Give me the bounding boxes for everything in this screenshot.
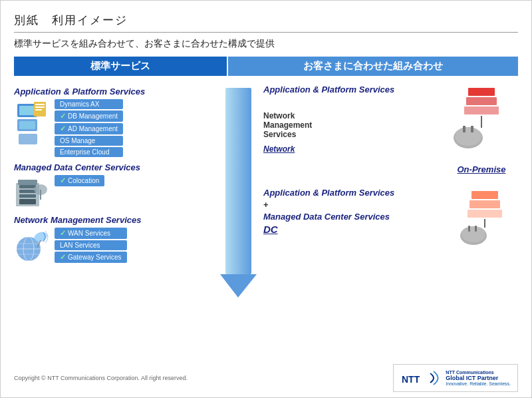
right-column: Application & Platform Services NetworkM… xyxy=(257,81,518,361)
arrow-area xyxy=(220,81,257,361)
svg-rect-3 xyxy=(19,121,35,129)
svg-point-31 xyxy=(455,127,481,146)
direction-arrow xyxy=(220,88,257,301)
svg-rect-1 xyxy=(19,106,35,115)
right-bottom-icons xyxy=(455,188,515,250)
col-header-left: 標準サービス xyxy=(14,57,227,76)
section-managed-dc-title: Managed Data Center Services xyxy=(14,162,220,172)
managed-dc-icon xyxy=(14,176,51,210)
svg-rect-8 xyxy=(35,109,42,110)
page-title: 別紙 利用イメージ xyxy=(14,13,518,28)
global-ict-label: Global ICT Partner xyxy=(446,375,511,381)
right-top-icons: On-Premise xyxy=(448,85,515,174)
right-bottom-text: Application & Platform Services + Manage… xyxy=(263,188,394,236)
svg-rect-27 xyxy=(466,97,497,105)
right-app-platform-title: Application & Platform Services xyxy=(263,85,394,95)
svg-rect-40 xyxy=(468,226,470,232)
service-colocation: ✓ Colocation xyxy=(55,175,104,186)
service-lan: LAN Services xyxy=(55,240,127,250)
section-app-platform: Application & Platform Services xyxy=(14,87,220,157)
svg-rect-33 xyxy=(471,126,473,132)
service-db-management: ✓ DB Management xyxy=(55,110,123,122)
service-gateway: ✓ Gateway Services xyxy=(55,252,127,263)
svg-rect-7 xyxy=(35,106,45,108)
svg-text:NTT: NTT xyxy=(402,374,420,385)
left-column: Application & Platform Services xyxy=(14,81,220,361)
dc-label-wrapper: DC xyxy=(263,224,394,236)
right-network-label: Network xyxy=(263,142,394,154)
app-platform-tags: Dynamics AX ✓ DB Management ✓ AD Managem… xyxy=(55,99,123,157)
network-mgmt-icon xyxy=(14,229,51,276)
service-os-manage: OS Manage xyxy=(55,136,123,146)
svg-marker-25 xyxy=(220,274,257,298)
divider xyxy=(14,32,518,33)
right-top-text: Application & Platform Services NetworkM… xyxy=(263,85,394,154)
svg-rect-6 xyxy=(35,104,45,105)
svg-rect-28 xyxy=(464,106,499,114)
right-bottom-section: Application & Platform Services + Manage… xyxy=(263,188,518,250)
section-managed-dc: Managed Data Center Services xyxy=(14,162,220,210)
footer: Copyright © NTT Communications Corporati… xyxy=(1,364,531,392)
managed-dc-tags: ✓ Colocation xyxy=(55,175,104,186)
section-network-mgmt: Network Management Services xyxy=(14,215,220,276)
columns-header: 標準サービス お客さまに合わせた組み合わせ xyxy=(14,57,518,76)
plus-sign: + xyxy=(263,200,394,210)
ntt-logo-svg: NTT xyxy=(400,368,440,388)
svg-rect-32 xyxy=(463,126,466,132)
svg-rect-14 xyxy=(19,199,36,204)
ntt-communications-label: NTT Communications xyxy=(446,370,511,375)
main-container: 別紙 利用イメージ 標準サービスを組み合わせて、お客さまに合わせた構成で提供 標… xyxy=(0,0,532,398)
right-managed-dc-title: Managed Data Center Services xyxy=(263,212,394,222)
svg-rect-34 xyxy=(471,191,498,199)
dc-bottom-icon xyxy=(455,188,515,248)
right-network-mgmt-label: NetworkManagementServices xyxy=(263,111,394,139)
section-app-platform-title: Application & Platform Services xyxy=(14,87,220,97)
section-network-mgmt-title: Network Management Services xyxy=(14,215,220,225)
svg-rect-11 xyxy=(19,185,36,188)
tagline: Innovative. Reliable. Seamless. xyxy=(446,381,511,386)
svg-rect-4 xyxy=(19,134,37,144)
network-mgmt-right: NetworkManagementServices Network xyxy=(263,111,394,154)
right-app-platform-plus-title: Application & Platform Services xyxy=(263,188,394,198)
service-wan: ✓ WAN Services xyxy=(55,228,127,239)
service-dynamics-ax: Dynamics AX xyxy=(55,99,123,109)
network-mgmt-tags: ✓ WAN Services LAN Services ✓ Gateway Se… xyxy=(55,228,127,263)
svg-rect-26 xyxy=(468,88,495,96)
ntt-logo-area: NTT NTT Communications Global ICT Partne… xyxy=(393,364,518,392)
app-platform-icon xyxy=(14,100,51,150)
copyright-text: Copyright © NTT Communications Corporati… xyxy=(14,375,188,381)
svg-rect-41 xyxy=(475,226,477,232)
right-top-section: Application & Platform Services NetworkM… xyxy=(263,85,518,174)
content-area: Application & Platform Services xyxy=(14,81,518,361)
ntt-right-text: NTT Communications Global ICT Partner In… xyxy=(446,370,511,386)
svg-point-39 xyxy=(462,226,485,242)
on-premise-label: On-Premise xyxy=(458,164,506,174)
dc-label: DC xyxy=(263,224,278,235)
svg-rect-10 xyxy=(18,180,37,185)
svg-rect-13 xyxy=(19,194,36,198)
col-header-right: お客さまに合わせた組み合わせ xyxy=(228,57,518,76)
subtitle: 標準サービスを組み合わせて、お客さまに合わせた構成で提供 xyxy=(14,38,518,50)
svg-rect-35 xyxy=(469,200,500,208)
service-enterprise-cloud: Enterprise Cloud xyxy=(55,147,123,157)
dc-server-icon xyxy=(448,85,515,164)
svg-rect-12 xyxy=(19,190,36,193)
service-ad-management: ✓ AD Management xyxy=(55,123,123,134)
svg-rect-24 xyxy=(225,88,251,274)
svg-rect-36 xyxy=(467,210,502,218)
